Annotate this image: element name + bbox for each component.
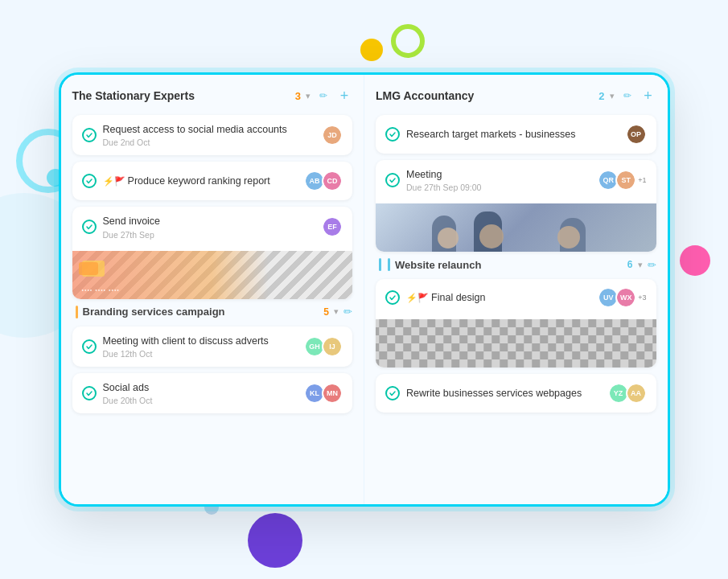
task-title-4: Meeting with client to discuss adverts (103, 335, 298, 347)
bg-circle-bot-purple (248, 513, 302, 568)
task-info-1: Request access to social media accounts … (103, 123, 316, 147)
task-title-9: Rewrite businesses services webpages (406, 387, 602, 400)
check-icon-3 (82, 220, 97, 234)
col-add-left[interactable]: + (336, 88, 352, 104)
task-card-3[interactable]: Send invoice Due 27th Sep EF (72, 207, 353, 298)
section-branding: Branding services campaign 5 ▾ ✏ Meeting… (72, 306, 353, 414)
task-avatars-8: UV WX +3 (598, 287, 646, 308)
column-left[interactable]: The Stationary Experts 3 ▾ ✏ + Request a… (61, 75, 365, 504)
col-arrow-right[interactable]: ▾ (610, 91, 615, 101)
section-edit-website[interactable]: ✏ (648, 259, 656, 271)
task-avatars-1: JD (322, 125, 343, 146)
task-info-5: Social ads Due 20th Oct (103, 381, 298, 405)
task-avatars-2: AB CD (304, 170, 343, 191)
task-title-2: ⚡🚩 Produce keyword ranking report (103, 175, 298, 187)
task-emoji-2: ⚡🚩 (103, 176, 128, 186)
task-image-7 (376, 203, 656, 252)
col-edit-right[interactable]: ✏ (619, 88, 635, 104)
task-due-5: Due 20th Oct (103, 396, 298, 405)
section-header-website: Website relaunch 6 ▾ ✏ (376, 258, 656, 271)
task-card-8[interactable]: ⚡🚩 Final design UV WX (376, 279, 656, 368)
avatar-9b: AA (626, 383, 647, 404)
task-avatars-9: YZ AA (608, 383, 647, 404)
task-due-7: Due 27th Sep 09:00 (406, 183, 591, 192)
check-icon-5 (82, 386, 97, 400)
task-info-9: Rewrite businesses services webpages (406, 387, 602, 400)
col-title-left: The Stationary Experts (72, 89, 290, 102)
check-icon-4 (82, 339, 97, 354)
card-outer: The Stationary Experts 3 ▾ ✏ + Request a… (59, 72, 670, 507)
section-count-branding: 5 (323, 306, 329, 318)
task-image-8 (376, 319, 656, 368)
task-title-1: Request access to social media accounts (103, 123, 316, 136)
col-count-left: 3 (295, 90, 301, 102)
col-count-right: 2 (598, 90, 604, 102)
col-header-left: The Stationary Experts 3 ▾ ✏ + (72, 88, 353, 104)
section-bar-website (379, 258, 381, 271)
col-header-right: LMG Accountancy 2 ▾ ✏ + (376, 88, 656, 104)
task-avatars-7: QR ST +1 (598, 170, 646, 191)
check-icon-7 (385, 173, 400, 187)
task-avatars-6: OP (626, 124, 647, 145)
section-arrow-website[interactable]: ▾ (638, 260, 643, 270)
section-website: Website relaunch 6 ▾ ✏ (376, 258, 656, 413)
task-card-4[interactable]: Meeting with client to discuss adverts D… (72, 326, 353, 367)
col-arrow-left[interactable]: ▾ (306, 91, 311, 101)
task-card-2[interactable]: ⚡🚩 Produce keyword ranking report AB CD (72, 162, 353, 200)
check-icon-1 (82, 128, 97, 142)
task-title-8: ⚡🚩 Final design (406, 291, 591, 304)
avatar-4b: IJ (322, 336, 343, 357)
avatar-6: OP (626, 124, 647, 145)
task-card-7[interactable]: Meeting Due 27th Sep 09:00 QR ST +1 (376, 160, 656, 252)
task-info-7: Meeting Due 27th Sep 09:00 (406, 168, 591, 192)
task-info-4: Meeting with client to discuss adverts D… (103, 335, 298, 359)
avatar-8b: WX (615, 287, 636, 308)
task-card-6[interactable]: Research target markets - businesses OP (376, 115, 656, 154)
section-header-branding: Branding services campaign 5 ▾ ✏ (72, 306, 353, 318)
task-avatars-3: EF (322, 216, 343, 237)
check-icon-6 (385, 127, 400, 142)
bg-circle-top-green-ring (391, 24, 425, 58)
task-title-5: Social ads (103, 381, 298, 394)
col-edit-left[interactable]: ✏ (315, 88, 331, 104)
avatar-count-8: +3 (638, 294, 646, 302)
task-due-3: Due 27th Sep (103, 230, 316, 240)
check-icon-2 (82, 174, 97, 188)
check-icon-9 (385, 386, 400, 400)
check-icon-8 (385, 290, 400, 305)
section-title-website: Website relaunch (395, 259, 623, 271)
task-avatars-5: KL MN (304, 383, 343, 404)
avatar-3: EF (322, 216, 343, 237)
section-title-branding: Branding services campaign (83, 306, 319, 318)
task-card-1[interactable]: Request access to social media accounts … (72, 115, 353, 155)
col-add-right[interactable]: + (640, 88, 656, 104)
section-arrow-branding[interactable]: ▾ (334, 306, 339, 317)
bg-circle-right-pink (680, 245, 710, 276)
task-info-8: ⚡🚩 Final design (406, 291, 591, 304)
avatar-count-7: +1 (638, 176, 646, 184)
task-card-5[interactable]: Social ads Due 20th Oct KL MN (72, 373, 353, 413)
avatar-7b: ST (615, 170, 636, 191)
task-info-2: ⚡🚩 Produce keyword ranking report (103, 175, 298, 187)
bg-circle-top-yellow (360, 39, 383, 61)
task-due-4: Due 12th Oct (103, 349, 298, 359)
avatar-1: JD (322, 125, 343, 146)
avatar-5b: MN (322, 383, 343, 404)
section-bar-branding (76, 306, 78, 318)
card-inner: The Stationary Experts 3 ▾ ✏ + Request a… (61, 75, 668, 504)
app-wrapper: The Stationary Experts 3 ▾ ✏ + Request a… (59, 72, 670, 507)
task-title-3: Send invoice (103, 215, 316, 228)
section-edit-branding[interactable]: ✏ (343, 306, 352, 318)
task-info-3: Send invoice Due 27th Sep (103, 215, 316, 239)
col-title-right: LMG Accountancy (376, 89, 594, 102)
task-due-1: Due 2nd Oct (103, 138, 316, 147)
section-count-website: 6 (627, 259, 633, 270)
task-emoji-8: ⚡🚩 (406, 293, 431, 302)
task-image-3: •••• •••• •••• (72, 251, 353, 299)
task-card-9[interactable]: Rewrite businesses services webpages YZ … (376, 374, 656, 413)
section-bar-website2 (388, 258, 390, 271)
task-title-7: Meeting (406, 168, 591, 181)
avatar-2b: CD (322, 170, 343, 191)
task-title-6: Research target markets - businesses (406, 128, 619, 141)
column-right[interactable]: LMG Accountancy 2 ▾ ✏ + Research target … (364, 75, 668, 504)
